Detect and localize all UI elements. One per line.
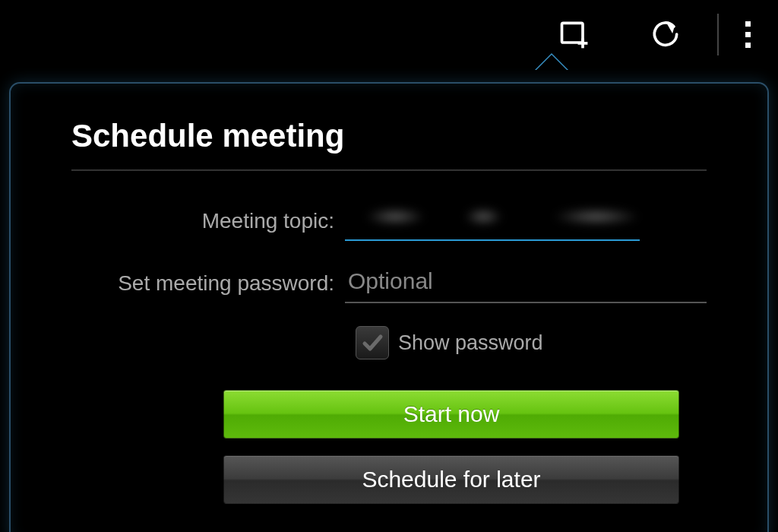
start-now-button[interactable]: Start now [223, 390, 679, 439]
check-icon [361, 331, 384, 354]
meeting-topic-input[interactable] [345, 201, 640, 241]
meeting-password-label: Set meeting password: [71, 271, 345, 296]
top-toolbar [0, 0, 778, 68]
meeting-topic-label: Meeting topic: [71, 209, 345, 233]
meeting-password-row: Set meeting password: [71, 264, 707, 303]
refresh-icon[interactable] [620, 0, 711, 68]
meeting-password-input[interactable] [345, 264, 707, 303]
overflow-menu-icon[interactable] [725, 0, 770, 68]
title-divider [71, 169, 707, 171]
show-password-row: Show password [356, 326, 707, 359]
schedule-meeting-panel: Schedule meeting Meeting topic: Set meet… [9, 82, 769, 532]
svg-rect-0 [562, 23, 584, 43]
schedule-later-button[interactable]: Schedule for later [223, 455, 679, 504]
button-column: Start now Schedule for later [223, 390, 679, 504]
toolbar-divider [717, 14, 719, 55]
show-password-checkbox[interactable] [356, 326, 389, 359]
panel-title: Schedule meeting [71, 118, 707, 154]
show-password-label: Show password [398, 331, 543, 355]
meeting-topic-row: Meeting topic: [71, 201, 707, 241]
